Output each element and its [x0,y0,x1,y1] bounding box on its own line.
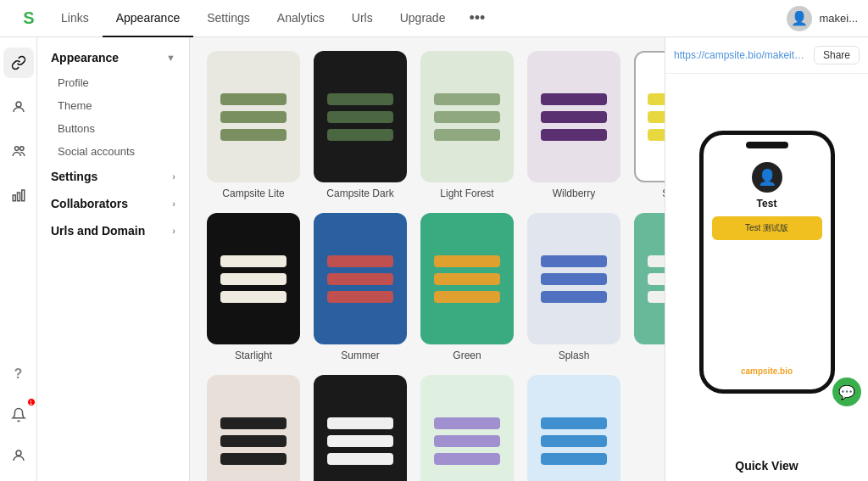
chat-bubble-button[interactable]: 💬 [832,378,861,406]
svg-rect-5 [21,190,24,201]
theme-bar [541,255,607,267]
phone-username: Test [757,198,777,210]
icon-bar-profile[interactable] [3,440,34,471]
theme-card-light-forest[interactable]: Light Forest [420,51,514,199]
sidebar-collaborators-header[interactable]: Collaborators › [37,190,189,217]
sidebar-collaborators-label: Collaborators [51,197,128,210]
theme-bar [220,291,287,303]
theme-bar [541,111,607,123]
theme-card-campsite-lite[interactable]: Campsite Lite [207,51,300,199]
nav-tab-upgrade[interactable]: Upgrade [387,0,459,37]
sidebar-item-profile[interactable]: Profile [37,71,189,94]
theme-bar [434,273,500,285]
theme-bar [648,273,665,285]
logo[interactable]: S [10,8,47,28]
svg-point-2 [19,147,24,151]
sidebar-appearance-label: Appearance [51,51,119,64]
theme-name-label: Summer [341,350,379,361]
theme-bar [648,291,665,303]
nav-tab-analytics[interactable]: Analytics [264,0,338,37]
notification-badge: 1 [27,398,36,406]
theme-card-mint[interactable]: Mint [420,375,514,481]
url-bar: https://campsite.bio/makeitgoo... Share [665,37,868,74]
theme-bar [327,129,393,141]
theme-bar [648,93,665,105]
svg-point-6 [16,450,21,456]
icon-bar-links[interactable] [3,48,34,78]
theme-name-label: Light Forest [440,187,493,199]
svg-point-1 [14,147,19,151]
theme-card-green[interactable]: Green [420,213,514,361]
phone-notch [746,142,788,148]
theme-bar [220,129,287,141]
theme-bar [434,93,500,105]
theme-card-clean[interactable]: Clean [634,213,665,361]
user-avatar[interactable]: 👤 [787,6,812,31]
sidebar-item-theme[interactable]: Theme [37,94,189,117]
theme-name-label: Starlight [235,350,272,361]
theme-bar [434,453,500,465]
sidebar-settings-label: Settings [51,170,97,183]
theme-bar [434,435,500,447]
theme-bar [220,255,287,267]
nav-tab-links[interactable]: Links [47,0,103,37]
svg-rect-3 [13,195,15,201]
nav-tab-appearance[interactable]: Appearance [103,0,194,37]
theme-name-label: Campsite Lite [222,187,284,199]
phone-footer: campsite.bio [741,366,793,376]
theme-bar [541,291,607,303]
main-content: Campsite LiteCampsite DarkLight ForestWi… [190,37,665,481]
icon-bar-help[interactable]: ? [3,359,34,389]
theme-bar [541,453,607,465]
sidebar-item-social-accounts[interactable]: Social accounts [37,140,189,163]
nav-tab-urls[interactable]: Urls [338,0,387,37]
theme-name-label: Splash [559,350,590,361]
nav-right-area: 👤 makei... [787,6,858,31]
theme-bar [220,273,287,285]
svg-rect-4 [17,193,19,201]
chat-icon: 💬 [838,384,855,400]
theme-card-sky[interactable]: Sky [527,375,620,481]
user-name-label: makei... [819,12,858,25]
nav-more-button[interactable]: ••• [459,9,495,27]
theme-bar [541,435,607,447]
phone-preview-area: 👤 Test Test 测试版 campsite.bio 💬 [665,74,868,450]
svg-point-0 [16,102,21,107]
icon-bar-group[interactable] [3,136,34,166]
theme-card-summer[interactable]: Summer [314,213,407,361]
theme-card-sunlight[interactable]: ✓Sunlight [634,51,665,199]
theme-bar [434,255,500,267]
theme-card-terrazzo[interactable]: Terrazzo [207,375,300,481]
theme-card-wildberry[interactable]: Wildberry [527,51,620,199]
url-text: https://campsite.bio/makeitgoo... [674,49,809,61]
sidebar-item-buttons[interactable]: Buttons [37,117,189,140]
theme-bar [220,435,287,447]
theme-bar [327,255,393,267]
theme-card-dark-stone[interactable]: Dark Stone [314,375,407,481]
icon-bar-chart[interactable] [3,180,34,210]
chevron-right-icon-3: › [172,226,175,236]
phone-cta-button[interactable]: Test 测试版 [712,216,822,240]
chevron-down-icon: ▼ [166,53,175,63]
theme-bar [648,129,665,141]
share-button[interactable]: Share [814,46,860,64]
theme-bar [327,453,393,465]
theme-bar [434,417,500,429]
theme-card-splash[interactable]: Splash [527,213,620,361]
sidebar-urls-label: Urls and Domain [51,224,145,238]
theme-bar [648,255,665,267]
chevron-right-icon: › [172,171,175,182]
theme-card-starlight[interactable]: Starlight [207,213,300,361]
sidebar-settings-header[interactable]: Settings › [37,163,189,190]
theme-bar [541,273,607,285]
sidebar-appearance-header[interactable]: Appearance ▼ [37,44,189,71]
sidebar-urls-header[interactable]: Urls and Domain › [37,217,189,244]
nav-tab-settings[interactable]: Settings [193,0,264,37]
icon-bar-person[interactable] [3,92,34,122]
theme-name-label: Campsite Dark [326,187,393,199]
icon-bar: ? 1 [0,37,37,481]
quick-view-label: Quick View [665,450,868,481]
theme-name-label: Wildberry [553,187,596,199]
theme-card-campsite-dark[interactable]: Campsite Dark [314,51,407,199]
icon-bar-notifications[interactable]: 1 [3,400,34,430]
